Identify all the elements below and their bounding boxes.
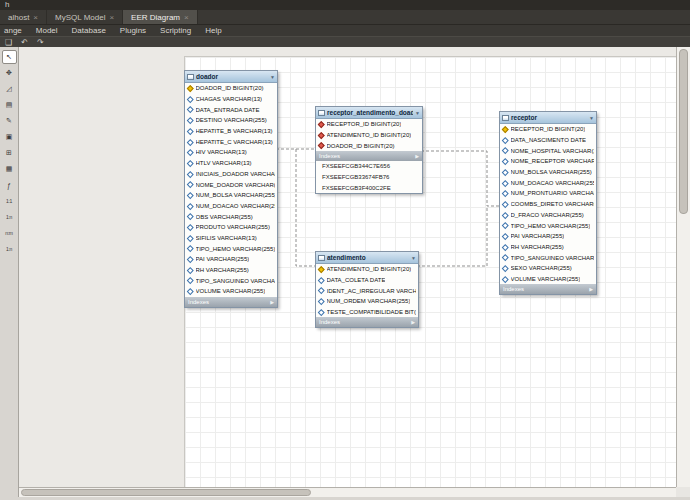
- menu-model[interactable]: Model: [36, 26, 58, 35]
- redo-icon[interactable]: ↷: [37, 38, 44, 47]
- column-row[interactable]: COOMBS_DIRETO VARCHAR(255): [500, 199, 596, 210]
- column-row[interactable]: NUM_DOACAO VARCHAR(255): [500, 177, 596, 188]
- collapse-arrow-icon[interactable]: ▼: [270, 74, 275, 80]
- table-receptor-atendimento-doador[interactable]: receptor_atendimento_doador▼RECEPTOR_ID …: [315, 106, 423, 194]
- image-tool[interactable]: ▣: [2, 130, 17, 144]
- column-row[interactable]: RH VARCHAR(255): [500, 242, 596, 253]
- column-row[interactable]: IDENT_AC_IRREGULAR VARCHAR(255): [316, 285, 418, 296]
- tab-close-icon[interactable]: ×: [109, 13, 114, 22]
- column-row[interactable]: ATENDIMENTO_ID BIGINT(20): [316, 130, 422, 141]
- layer-tool[interactable]: ▤: [2, 98, 17, 112]
- vertical-scrollbar-thumb[interactable]: [679, 49, 688, 214]
- table-tool[interactable]: ⊞: [2, 146, 17, 160]
- column-row[interactable]: NOME_DOADOR VARCHAR(255): [185, 179, 277, 190]
- column-row[interactable]: SEXO VARCHAR(255): [500, 263, 596, 274]
- column-row[interactable]: TIPO_HEMO VARCHAR(255): [185, 243, 277, 254]
- column-row[interactable]: TESTE_COMPATIBILIDADE BIT(1): [316, 307, 418, 318]
- view-tool[interactable]: ▦: [2, 162, 17, 176]
- collapse-arrow-icon[interactable]: ▼: [415, 110, 420, 116]
- routine-tool[interactable]: ƒ: [2, 178, 17, 192]
- column-row[interactable]: HTLV VARCHAR(13): [185, 158, 277, 169]
- column-row[interactable]: DESTINO VARCHAR(255): [185, 115, 277, 126]
- relationship-line[interactable]: [296, 149, 315, 266]
- column-row[interactable]: NUM_BOLSA VARCHAR(255): [185, 190, 277, 201]
- column-row[interactable]: DATA_COLETA DATE: [316, 275, 418, 286]
- column-row[interactable]: DOADOR_ID BIGINT(20): [316, 140, 422, 151]
- column-row[interactable]: HIV VARCHAR(13): [185, 147, 277, 158]
- table-atendimento[interactable]: atendimento▼ATENDIMENTO_ID BIGINT(20)DAT…: [315, 251, 419, 328]
- column-row[interactable]: NUM_DOACAO VARCHAR(255): [185, 201, 277, 212]
- column-row[interactable]: VOLUME VARCHAR(255): [500, 274, 596, 285]
- rel-n-m-tool[interactable]: n:m: [2, 226, 17, 240]
- column-row[interactable]: NUM_PRONTUARIO VARCHAR(255): [500, 188, 596, 199]
- column-row[interactable]: TIPO_SANGUINEO VARCHAR(255): [185, 275, 277, 286]
- diagram-canvas[interactable]: doador▼DOADOR_ID BIGINT(20)CHAGAS VARCHA…: [19, 47, 676, 487]
- select-tool[interactable]: ↖: [2, 50, 17, 64]
- table-doador[interactable]: doador▼DOADOR_ID BIGINT(20)CHAGAS VARCHA…: [184, 70, 278, 308]
- table-receptor[interactable]: receptor▼RECEPTOR_ID BIGINT(20)DATA_NASC…: [499, 111, 597, 295]
- column-row[interactable]: CHAGAS VARCHAR(13): [185, 94, 277, 105]
- column-row[interactable]: TIPO_HEMO VARCHAR(255): [500, 220, 596, 231]
- menu-plugins[interactable]: Plugins: [120, 26, 146, 35]
- tab-eer-diagram[interactable]: EER Diagram×: [123, 10, 198, 24]
- vertical-scrollbar[interactable]: [676, 47, 690, 487]
- indexes-footer[interactable]: Indexes▶: [185, 297, 277, 307]
- collapse-arrow-icon[interactable]: ▼: [589, 115, 594, 121]
- column-row[interactable]: TIPO_SANGUINEO VARCHAR(255): [500, 252, 596, 263]
- table-header[interactable]: atendimento▼: [316, 252, 418, 264]
- new-document-icon[interactable]: ❏: [5, 38, 12, 47]
- horizontal-scrollbar-thumb[interactable]: [21, 489, 311, 496]
- column-row[interactable]: HEPATITE_C VARCHAR(13): [185, 136, 277, 147]
- indexes-footer[interactable]: Indexes▶: [500, 284, 596, 294]
- column-row[interactable]: NUM_ORDEM VARCHAR(255): [316, 296, 418, 307]
- column-row[interactable]: HEPATITE_B VARCHAR(13): [185, 126, 277, 137]
- expand-arrow-icon[interactable]: ▶: [411, 319, 415, 325]
- menu-help[interactable]: Help: [205, 26, 221, 35]
- eraser-tool[interactable]: ◿: [2, 82, 17, 96]
- rel-1-1-tool[interactable]: 1:1: [2, 194, 17, 208]
- rel-1-n-tool[interactable]: 1:n: [2, 210, 17, 224]
- rel-1-n-identifying-tool[interactable]: 1:n: [2, 242, 17, 256]
- note-tool[interactable]: ✎: [2, 114, 17, 128]
- menu-database[interactable]: Database: [72, 26, 106, 35]
- column-row[interactable]: RECEPTOR_ID BIGINT(20): [500, 124, 596, 135]
- column-row[interactable]: ATENDIMENTO_ID BIGINT(20): [316, 264, 418, 275]
- relationship-line[interactable]: [417, 208, 487, 266]
- tab-alhost[interactable]: alhost×: [0, 10, 47, 24]
- table-header[interactable]: receptor▼: [500, 112, 596, 124]
- column-row[interactable]: PRODUTO VARCHAR(255): [185, 222, 277, 233]
- table-header[interactable]: receptor_atendimento_doador▼: [316, 107, 422, 119]
- column-row[interactable]: DATA_ENTRADA DATE: [185, 104, 277, 115]
- column-row[interactable]: NUM_BOLSA VARCHAR(255): [500, 167, 596, 178]
- index-row[interactable]: FXSEEFCGB33674FB76: [316, 172, 422, 183]
- column-row[interactable]: PAI VARCHAR(255): [500, 231, 596, 242]
- undo-icon[interactable]: ↶: [21, 38, 28, 47]
- column-row[interactable]: RH VARCHAR(255): [185, 265, 277, 276]
- expand-arrow-icon[interactable]: ▶: [270, 299, 274, 305]
- tab-close-icon[interactable]: ×: [184, 13, 189, 22]
- tab-mysql-model[interactable]: MySQL Model×: [47, 10, 123, 24]
- index-row[interactable]: FXSEEFCGB3F400C2FE: [316, 182, 422, 193]
- indexes-section-header[interactable]: Indexes▶: [316, 151, 422, 161]
- collapse-arrow-icon[interactable]: ▼: [411, 255, 416, 261]
- hand-tool[interactable]: ✥: [2, 66, 17, 80]
- column-row[interactable]: D_FRACO VARCHAR(255): [500, 210, 596, 221]
- indexes-footer[interactable]: Indexes▶: [316, 317, 418, 327]
- expand-arrow-icon[interactable]: ▶: [589, 286, 593, 292]
- table-header[interactable]: doador▼: [185, 71, 277, 83]
- relationship-line[interactable]: [421, 151, 499, 206]
- column-row[interactable]: OBS VARCHAR(255): [185, 211, 277, 222]
- expand-arrow-icon[interactable]: ▶: [415, 153, 419, 159]
- index-row[interactable]: FXSEEFCGB344C7E656: [316, 161, 422, 172]
- column-row[interactable]: VOLUME VARCHAR(255): [185, 286, 277, 297]
- column-row[interactable]: NOME_RECEPTOR VARCHAR(255): [500, 156, 596, 167]
- column-row[interactable]: DOADOR_ID BIGINT(20): [185, 83, 277, 94]
- tab-close-icon[interactable]: ×: [33, 13, 38, 22]
- menu-scripting[interactable]: Scripting: [160, 26, 191, 35]
- column-row[interactable]: NOME_HOSPITAL VARCHAR(255): [500, 145, 596, 156]
- column-row[interactable]: INICIAIS_DOADOR VARCHAR(255): [185, 169, 277, 180]
- column-row[interactable]: RECEPTOR_ID BIGINT(20): [316, 119, 422, 130]
- column-row[interactable]: DATA_NASCIMENTO DATE: [500, 135, 596, 146]
- column-row[interactable]: PAI VARCHAR(255): [185, 254, 277, 265]
- horizontal-scrollbar[interactable]: [19, 487, 676, 497]
